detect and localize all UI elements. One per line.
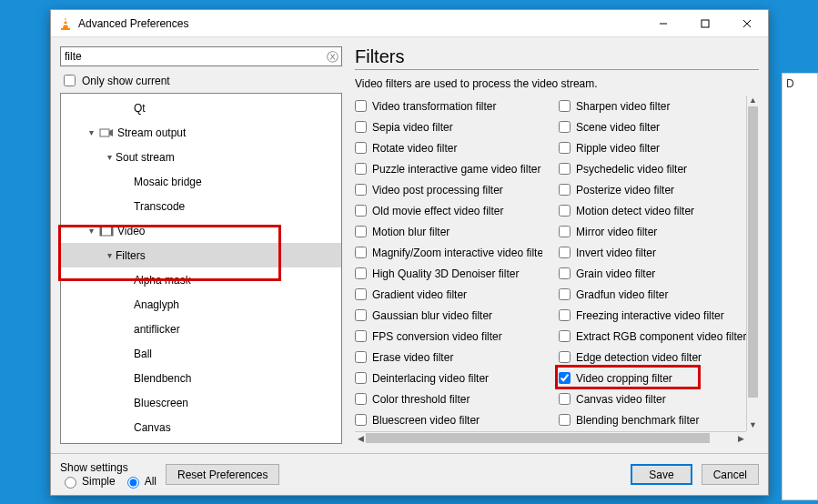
scrollbar-thumb[interactable] — [366, 433, 710, 443]
filter-checkbox[interactable]: Gradfun video filter — [559, 284, 746, 305]
checkbox-input[interactable] — [355, 142, 367, 154]
scroll-left-icon[interactable]: ◀ — [355, 432, 366, 444]
filter-checkbox[interactable]: Old movie effect video filter — [355, 200, 542, 221]
checkbox-input[interactable] — [355, 372, 367, 384]
filter-checkbox[interactable]: Canvas video filter — [559, 388, 746, 409]
filter-checkbox[interactable]: Deinterlacing video filter — [355, 368, 542, 388]
scroll-up-icon[interactable]: ▲ — [747, 96, 759, 106]
filter-checkbox[interactable]: Gaussian blur video filter — [355, 305, 542, 326]
minimize-button[interactable] — [642, 10, 684, 37]
filter-checkbox[interactable]: Sharpen video filter — [559, 96, 746, 116]
tree-item-mosaic-bridge[interactable]: Mosaic bridge — [61, 169, 341, 194]
filter-checkbox[interactable]: Motion blur filter — [355, 221, 542, 242]
checkbox-input[interactable] — [355, 393, 367, 405]
checkbox-input[interactable] — [559, 414, 571, 426]
tree-item-sout-stream[interactable]: ▾Sout stream — [61, 145, 341, 169]
filter-checkbox[interactable]: Sepia video filter — [355, 116, 542, 137]
checkbox-input[interactable] — [559, 393, 571, 405]
filter-checkbox[interactable]: Grain video filter — [559, 263, 746, 284]
checkbox-input[interactable] — [355, 184, 367, 196]
filter-checkbox[interactable]: Magnify/Zoom interactive video filter — [355, 242, 542, 263]
filter-checkbox[interactable]: Video post processing filter — [355, 179, 542, 200]
tree-item-blendbench[interactable]: Blendbench — [61, 366, 341, 390]
only-show-current-checkbox[interactable] — [64, 75, 76, 86]
tree-item-anaglyph[interactable]: Anaglyph — [61, 292, 341, 317]
checkbox-input[interactable] — [355, 205, 367, 217]
scroll-down-icon[interactable]: ▼ — [747, 420, 759, 431]
checkbox-input[interactable] — [559, 163, 571, 175]
tree-item-qt[interactable]: Qt — [61, 96, 341, 120]
horizontal-scrollbar[interactable]: ◀ ▶ — [355, 431, 746, 444]
checkbox-input[interactable] — [559, 121, 571, 133]
filter-checkbox[interactable]: Color threshold filter — [355, 388, 542, 409]
vertical-scrollbar[interactable]: ▲ ▼ — [746, 96, 759, 431]
checkbox-input[interactable] — [355, 121, 367, 133]
checkbox-input[interactable] — [355, 414, 367, 426]
filter-checkbox[interactable]: Extract RGB component video filter — [559, 326, 746, 347]
tree-item-transcode[interactable]: Transcode — [61, 194, 341, 218]
scroll-right-icon[interactable]: ▶ — [735, 432, 746, 444]
checkbox-input[interactable] — [559, 330, 571, 342]
filter-checkbox[interactable]: Mirror video filter — [559, 221, 746, 242]
scrollbar-thumb[interactable] — [748, 106, 758, 398]
filter-checkbox[interactable]: Ripple video filter — [559, 137, 746, 158]
filter-checkbox[interactable]: Gradient video filter — [355, 284, 542, 305]
filter-checkbox[interactable]: High Quality 3D Denoiser filter — [355, 263, 542, 284]
filter-checkbox[interactable]: Motion detect video filter — [559, 200, 746, 221]
filter-checkbox[interactable]: Freezing interactive video filter — [559, 305, 746, 326]
checkbox-input[interactable] — [355, 330, 367, 342]
radio-all[interactable]: All — [123, 474, 157, 489]
filter-checkbox[interactable]: Blending benchmark filter — [559, 409, 746, 430]
filter-checkbox[interactable]: Psychedelic video filter — [559, 158, 746, 179]
checkbox-input[interactable] — [559, 267, 571, 279]
search-input[interactable] — [60, 46, 342, 66]
clear-search-icon[interactable]: ⓧ — [327, 49, 338, 66]
maximize-button[interactable] — [684, 10, 726, 37]
checkbox-input[interactable] — [355, 100, 367, 112]
tree-item-bluescreen[interactable]: Bluescreen — [61, 390, 341, 415]
tree-item-video[interactable]: ▾Video — [61, 218, 341, 243]
filter-checkbox[interactable]: Bluescreen video filter — [355, 409, 542, 430]
chevron-down-icon: ▾ — [103, 250, 116, 260]
filter-checkbox[interactable]: Puzzle interactive game video filter — [355, 158, 542, 179]
checkbox-input[interactable] — [355, 267, 367, 279]
filter-checkbox[interactable]: Rotate video filter — [355, 137, 542, 158]
checkbox-input[interactable] — [559, 372, 571, 384]
filter-checkbox[interactable]: Invert video filter — [559, 242, 746, 263]
checkbox-input[interactable] — [355, 226, 367, 237]
filter-checkbox[interactable]: Video transformation filter — [355, 96, 542, 116]
filter-checkbox[interactable]: Scene video filter — [559, 116, 746, 137]
close-button[interactable] — [726, 10, 768, 37]
checkbox-input[interactable] — [559, 142, 571, 154]
tree-item-stream-output[interactable]: ▾Stream output — [61, 120, 341, 145]
checkbox-input[interactable] — [355, 247, 367, 258]
cancel-button[interactable]: Cancel — [702, 464, 759, 485]
panel-title: Filters — [355, 46, 759, 67]
checkbox-input[interactable] — [355, 288, 367, 300]
checkbox-input[interactable] — [355, 163, 367, 175]
filter-checkbox[interactable]: Posterize video filter — [559, 179, 746, 200]
filter-checkbox[interactable]: Erase video filter — [355, 347, 542, 368]
checkbox-input[interactable] — [559, 288, 571, 300]
checkbox-input[interactable] — [559, 100, 571, 112]
tree-item-filters[interactable]: ▾Filters — [61, 243, 341, 267]
filter-checkbox[interactable]: Video cropping filter — [559, 368, 746, 388]
checkbox-input[interactable] — [355, 351, 367, 363]
reset-preferences-button[interactable]: Reset Preferences — [166, 464, 279, 485]
filter-checkbox[interactable]: Edge detection video filter — [559, 347, 746, 368]
tree-item-ball[interactable]: Ball — [61, 341, 341, 366]
checkbox-input[interactable] — [559, 205, 571, 217]
tree-item-alpha-mask[interactable]: Alpha mask — [61, 267, 341, 292]
settings-tree[interactable]: Qt▾Stream output▾Sout streamMosaic bridg… — [60, 93, 342, 444]
checkbox-input[interactable] — [559, 309, 571, 321]
radio-simple[interactable]: Simple — [60, 474, 116, 489]
filter-checkbox[interactable]: FPS conversion video filter — [355, 326, 542, 347]
tree-item-antiflicker[interactable]: antiflicker — [61, 317, 341, 341]
checkbox-input[interactable] — [559, 184, 571, 196]
checkbox-input[interactable] — [559, 247, 571, 258]
save-button[interactable]: Save — [631, 464, 692, 485]
tree-item-canvas[interactable]: Canvas — [61, 415, 341, 439]
checkbox-input[interactable] — [559, 226, 571, 237]
checkbox-input[interactable] — [559, 351, 571, 363]
checkbox-input[interactable] — [355, 309, 367, 321]
